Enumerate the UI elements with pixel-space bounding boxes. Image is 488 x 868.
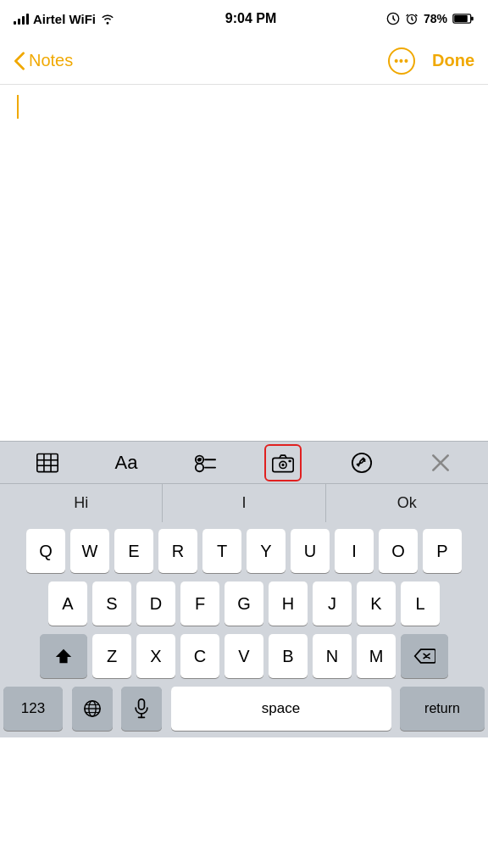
- key-B[interactable]: B: [269, 634, 308, 678]
- key-row-bottom: 123 space return: [3, 687, 485, 731]
- close-icon: [430, 452, 452, 474]
- back-button[interactable]: Notes: [14, 51, 73, 70]
- key-row-3: Z X C V B N M: [3, 634, 485, 678]
- pred-item-1[interactable]: I: [163, 484, 325, 522]
- toolbar: Aa: [0, 441, 488, 483]
- svg-rect-4: [471, 17, 474, 20]
- camera-icon: [272, 452, 294, 474]
- svg-rect-18: [289, 459, 291, 461]
- key-R[interactable]: R: [158, 529, 197, 573]
- backspace-icon: [413, 648, 435, 665]
- key-W[interactable]: W: [70, 529, 109, 573]
- key-G[interactable]: G: [225, 581, 263, 626]
- globe-icon: [83, 699, 102, 718]
- shift-icon: [54, 647, 73, 665]
- time-label: 9:04 PM: [225, 11, 276, 26]
- back-label: Notes: [29, 51, 73, 70]
- format-icon-button[interactable]: Aa: [108, 444, 145, 481]
- battery-icon: [452, 13, 474, 25]
- key-Z[interactable]: Z: [92, 634, 131, 678]
- key-P[interactable]: P: [423, 529, 462, 573]
- table-icon: [36, 452, 58, 474]
- key-Q[interactable]: Q: [26, 529, 65, 573]
- nav-bar: Notes ••• Done: [0, 37, 488, 85]
- note-area[interactable]: [0, 85, 488, 441]
- key-E[interactable]: E: [114, 529, 153, 573]
- battery-percent: 78%: [424, 12, 447, 25]
- markup-icon: [351, 452, 373, 474]
- key-Y[interactable]: Y: [247, 529, 286, 573]
- key-globe[interactable]: [72, 687, 113, 731]
- checklist-icon: [194, 452, 216, 474]
- done-button[interactable]: Done: [432, 51, 474, 70]
- carrier-label: Airtel WiFi: [33, 12, 96, 26]
- clock-icon: [386, 12, 400, 25]
- svg-rect-5: [37, 453, 58, 471]
- key-C[interactable]: C: [180, 634, 219, 678]
- key-shift[interactable]: [40, 634, 87, 678]
- checklist-icon-button[interactable]: [186, 444, 224, 481]
- predictive-bar: Hi I Ok: [0, 483, 488, 522]
- key-microphone[interactable]: [121, 687, 162, 731]
- alarm-icon: [405, 12, 419, 25]
- key-F[interactable]: F: [180, 581, 219, 626]
- key-L[interactable]: L: [401, 581, 440, 626]
- chevron-left-icon: [14, 52, 25, 70]
- key-I[interactable]: I: [335, 529, 374, 573]
- key-space[interactable]: space: [171, 687, 391, 731]
- pred-item-2[interactable]: Ok: [326, 484, 488, 522]
- text-cursor: [17, 95, 19, 119]
- close-icon-button[interactable]: [422, 444, 459, 481]
- signal-icon: [14, 13, 29, 25]
- key-K[interactable]: K: [357, 581, 396, 626]
- camera-icon-button[interactable]: [264, 444, 302, 481]
- key-H[interactable]: H: [269, 581, 308, 626]
- microphone-icon: [134, 698, 149, 719]
- key-delete[interactable]: [401, 634, 448, 678]
- key-M[interactable]: M: [357, 634, 396, 678]
- more-button[interactable]: •••: [388, 47, 415, 75]
- markup-icon-button[interactable]: [343, 444, 380, 481]
- key-row-2: A S D F G H J K L: [3, 581, 485, 626]
- svg-point-17: [282, 463, 285, 465]
- key-U[interactable]: U: [291, 529, 330, 573]
- svg-rect-25: [139, 699, 145, 709]
- svg-rect-3: [454, 15, 468, 22]
- key-return[interactable]: return: [400, 687, 485, 731]
- key-S[interactable]: S: [92, 581, 131, 626]
- key-numeric[interactable]: 123: [3, 687, 63, 731]
- key-X[interactable]: X: [136, 634, 175, 678]
- svg-point-13: [195, 463, 202, 470]
- key-N[interactable]: N: [313, 634, 352, 678]
- key-O[interactable]: O: [379, 529, 418, 573]
- keyboard: Q W E R T Y U I O P A S D F G H J K L Z …: [0, 522, 488, 737]
- table-icon-button[interactable]: [29, 444, 66, 481]
- status-bar: Airtel WiFi 9:04 PM 78%: [0, 0, 488, 37]
- key-V[interactable]: V: [225, 634, 263, 678]
- status-right: 78%: [386, 12, 474, 25]
- key-J[interactable]: J: [313, 581, 352, 626]
- wifi-icon: [100, 13, 115, 25]
- key-D[interactable]: D: [136, 581, 175, 626]
- pred-item-0[interactable]: Hi: [0, 484, 163, 522]
- status-left: Airtel WiFi: [14, 12, 115, 26]
- key-T[interactable]: T: [202, 529, 241, 573]
- format-icon: Aa: [115, 452, 138, 474]
- key-row-1: Q W E R T Y U I O P: [3, 529, 485, 573]
- nav-right: ••• Done: [388, 47, 474, 75]
- key-A[interactable]: A: [48, 581, 87, 626]
